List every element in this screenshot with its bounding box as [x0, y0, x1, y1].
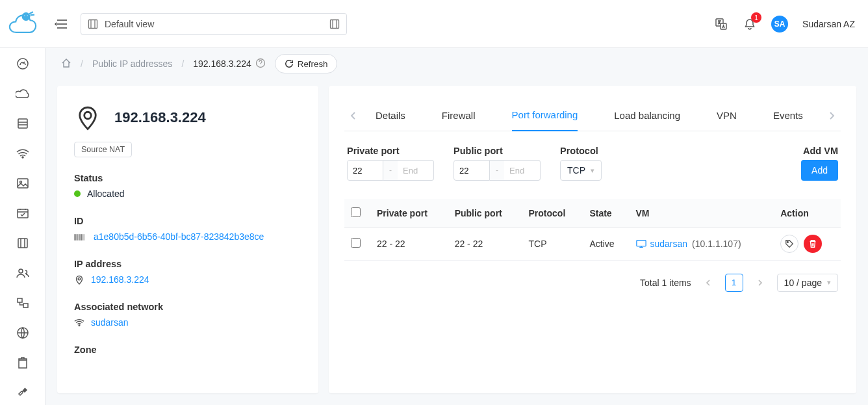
- vm-icon: [636, 239, 646, 248]
- page-prev-button[interactable]: [699, 274, 717, 292]
- nav-projects-icon[interactable]: [15, 235, 31, 251]
- tab-port-forwarding[interactable]: Port forwarding: [512, 100, 578, 131]
- nav-users-icon[interactable]: [15, 265, 31, 281]
- breadcrumb: / Public IP addresses / 192.168.3.224 Re…: [45, 48, 868, 79]
- svg-rect-3: [89, 20, 97, 28]
- sidebar: [0, 48, 45, 405]
- cell-public: 22 - 22: [448, 228, 522, 260]
- vm-link[interactable]: sudarsan: [650, 239, 688, 249]
- select-all-checkbox[interactable]: [351, 207, 361, 217]
- help-icon[interactable]: [255, 58, 266, 70]
- col-private: Private port: [370, 199, 448, 228]
- trash-icon: [808, 239, 817, 248]
- view-selector[interactable]: Default view: [81, 13, 347, 35]
- barcode-icon: [74, 232, 87, 241]
- protocol-select[interactable]: TCP ▾: [560, 160, 602, 181]
- svg-rect-16: [23, 304, 28, 307]
- status-label: Status: [74, 173, 301, 183]
- nav-images-icon[interactable]: [15, 176, 31, 191]
- col-public: Public port: [448, 199, 522, 228]
- status-value: Allocated: [87, 189, 125, 199]
- refresh-icon: [285, 59, 294, 68]
- tag-icon: [785, 239, 794, 248]
- public-port-end-input[interactable]: [504, 160, 541, 181]
- page-size-select[interactable]: 10 / page ▾: [777, 274, 838, 292]
- page-next-button[interactable]: [751, 274, 769, 292]
- svg-rect-10: [18, 179, 28, 188]
- breadcrumb-home-icon[interactable]: [61, 58, 71, 70]
- language-icon[interactable]: [714, 17, 728, 31]
- logo: [0, 9, 45, 39]
- sidebar-toggle-icon[interactable]: [49, 12, 73, 36]
- nav-dashboard-icon[interactable]: [15, 56, 31, 72]
- avatar[interactable]: SA: [771, 16, 788, 33]
- svg-rect-13: [18, 239, 27, 248]
- tab-vpn[interactable]: VPN: [717, 100, 737, 131]
- svg-point-19: [84, 112, 92, 119]
- id-value[interactable]: a1e80b5d-6b56-40bf-bc87-823842b3e8ce: [94, 231, 264, 242]
- row-checkbox[interactable]: [351, 238, 361, 248]
- svg-point-23: [787, 242, 789, 243]
- add-button[interactable]: Add: [801, 160, 838, 181]
- pin-small-icon: [74, 274, 84, 285]
- vm-ip: (10.1.1.107): [692, 239, 741, 249]
- tab-scroll-right-icon[interactable]: [823, 112, 841, 120]
- network-value[interactable]: sudarsan: [91, 317, 129, 328]
- port-forwarding-table: Private port Public port Protocol State …: [344, 199, 841, 261]
- notifications-icon[interactable]: 1: [743, 17, 757, 31]
- username: Sudarsan AZ: [802, 19, 855, 29]
- tab-scroll-left-icon[interactable]: [344, 112, 363, 120]
- breadcrumb-current: 192.168.3.224: [193, 59, 251, 69]
- svg-rect-12: [18, 209, 28, 218]
- nav-settings-icon[interactable]: [15, 385, 31, 400]
- svg-point-1: [23, 14, 25, 16]
- nav-regions-icon[interactable]: [15, 295, 31, 311]
- location-pin-icon: [74, 104, 101, 131]
- private-port-label: Private port: [347, 146, 434, 156]
- nav-network-icon[interactable]: [15, 146, 31, 161]
- view-label: Default view: [105, 19, 154, 29]
- col-action: Action: [774, 199, 841, 228]
- port-forwarding-panel: Details Firewall Port forwarding Load ba…: [329, 86, 856, 393]
- tag-button[interactable]: [780, 235, 798, 253]
- svg-rect-22: [636, 241, 645, 246]
- tab-details[interactable]: Details: [376, 100, 405, 131]
- tab-load-balancing[interactable]: Load balancing: [614, 100, 680, 131]
- svg-rect-8: [18, 119, 27, 128]
- ip-address-label: IP address: [74, 259, 301, 269]
- tabs: Details Firewall Port forwarding Load ba…: [344, 100, 841, 131]
- source-nat-chip: Source NAT: [74, 142, 132, 157]
- chevron-down-icon: ▾: [827, 278, 831, 287]
- private-port-end-input[interactable]: [398, 160, 434, 181]
- protocol-label: Protocol: [560, 146, 602, 156]
- public-port-start-input[interactable]: [453, 160, 490, 181]
- filters-row: Private port - Public port -: [344, 131, 841, 199]
- ip-title: 192.168.3.224: [114, 109, 206, 126]
- total-items: Total 1 items: [640, 278, 691, 288]
- ip-address-value[interactable]: 192.168.3.224: [91, 274, 149, 285]
- table-row: 22 - 22 22 - 22 TCP Active sudarsan (10.…: [344, 228, 841, 260]
- cell-state: Active: [583, 228, 629, 260]
- id-label: ID: [74, 216, 301, 226]
- refresh-button[interactable]: Refresh: [275, 54, 338, 73]
- breadcrumb-level1[interactable]: Public IP addresses: [92, 59, 172, 69]
- notification-badge: 1: [751, 12, 761, 23]
- nav-offerings-icon[interactable]: [15, 355, 31, 371]
- svg-point-14: [19, 269, 23, 273]
- delete-button[interactable]: [804, 235, 822, 253]
- col-state: State: [583, 199, 629, 228]
- cell-private: 22 - 22: [370, 228, 448, 260]
- nav-events-icon[interactable]: [15, 205, 31, 221]
- nav-storage-icon[interactable]: [15, 116, 31, 131]
- wifi-small-icon: [74, 317, 84, 328]
- private-port-start-input[interactable]: [347, 160, 383, 181]
- zone-label: Zone: [74, 345, 301, 355]
- tab-events[interactable]: Events: [773, 100, 803, 131]
- details-panel: 192.168.3.224 Source NAT Status Allocate…: [57, 86, 318, 393]
- page-number[interactable]: 1: [725, 274, 743, 292]
- add-vm-label: Add VM: [803, 146, 838, 156]
- svg-point-2: [26, 14, 28, 16]
- tab-firewall[interactable]: Firewall: [442, 100, 476, 131]
- nav-globe-icon[interactable]: [15, 325, 31, 341]
- nav-cloud-icon[interactable]: [15, 86, 31, 101]
